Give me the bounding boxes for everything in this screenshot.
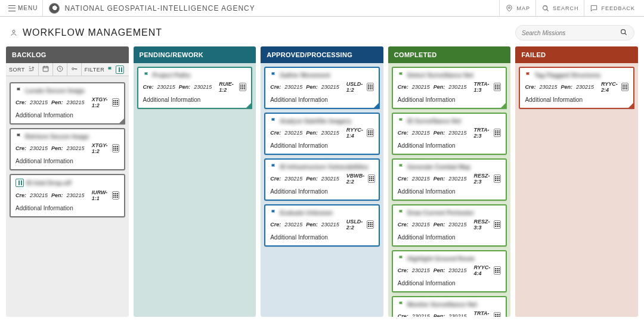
card-title-row: Tag Flagged Structures: [525, 71, 628, 79]
svg-point-83: [499, 85, 500, 86]
workflow-card[interactable]: Evaluate Unknown Cre: 230215 Pen: 230215…: [264, 204, 380, 247]
sort-date[interactable]: [39, 63, 53, 76]
svg-point-67: [371, 178, 372, 179]
svg-point-69: [369, 180, 370, 181]
svg-rect-6: [43, 67, 48, 71]
column-body[interactable]: Project Paths Cre: 230215 Pen: 230215 RU…: [134, 63, 256, 317]
kanban-board: BACKLOG SORT FILTER Locate Secure Image …: [0, 46, 644, 324]
toolbar-icon[interactable]: [56, 65, 64, 74]
drag-handle-icon[interactable]: [494, 129, 501, 137]
flag-icon: [16, 87, 23, 94]
column-failed: FAILED Tag Flagged Structures Cre: 23021…: [515, 46, 638, 317]
drag-handle-icon[interactable]: [112, 98, 119, 107]
drag-handle-icon[interactable]: [239, 83, 246, 91]
flag-icon: [398, 301, 405, 308]
drag-handle-icon[interactable]: [621, 83, 628, 91]
menu-button[interactable]: MENU: [4, 0, 43, 16]
workflow-card[interactable]: Retrieve Secure Image Cre: 230215 Pen: 2…: [10, 128, 125, 170]
svg-point-49: [370, 86, 371, 88]
svg-point-117: [495, 268, 496, 269]
workflow-card[interactable]: ID Intel Drop-off Cre: 230215 Pen: 23021…: [10, 174, 125, 217]
workflow-card[interactable]: Draw Current Perimeter Cre: 230215 Pen: …: [392, 204, 507, 247]
pen-label: Pen:: [434, 130, 445, 136]
drag-handle-icon[interactable]: [367, 129, 374, 137]
workflow-card[interactable]: ID Infrastructure Vulnerabilities Cre: 2…: [264, 158, 380, 201]
workflow-card[interactable]: Generate Combat Map Cre: 230215 Pen: 230…: [392, 158, 507, 201]
cre-label: Cre:: [143, 84, 154, 90]
flag-icon: [16, 133, 23, 140]
drag-handle-icon[interactable]: [112, 191, 119, 200]
page-title-text: WORKFLOW MANAGEMENT: [23, 27, 162, 38]
column-pending: PENDING/REWORK Project Paths Cre: 230215…: [134, 46, 256, 317]
card-meta: Cre: 230215 Pen: 230215 USLD-1:2: [270, 81, 374, 93]
workflow-card[interactable]: Analyze Satellite Imagery Cre: 230215 Pe…: [264, 113, 380, 155]
card-meta: Cre: 230215 Pen: 230215 TRTA-2:3: [398, 127, 501, 139]
column-body[interactable]: Gather Movement Cre: 230215 Pen: 230215 …: [261, 63, 383, 317]
svg-point-42: [240, 88, 242, 89]
card-title-row: Monitor Surveillance Net: [398, 301, 501, 308]
workflow-card[interactable]: Locate Secure Image Cre: 230215 Pen: 230…: [10, 82, 125, 124]
menu-label: MENU: [18, 5, 38, 11]
workflow-card[interactable]: Detect Surveillance Net Cre: 230215 Pen:…: [392, 67, 507, 109]
workflow-card[interactable]: Gather Movement Cre: 230215 Pen: 230215 …: [264, 67, 380, 109]
workflow-card[interactable]: Monitor Surveillance Net Cre: 230215 Pen…: [392, 296, 507, 317]
svg-point-21: [113, 148, 114, 149]
cre-value: 230215: [412, 222, 430, 228]
card-title-row: Detect Surveillance Net: [398, 71, 501, 79]
pen-label: Pen:: [434, 84, 445, 90]
svg-point-75: [368, 224, 369, 225]
drag-handle-icon[interactable]: [494, 220, 501, 229]
svg-point-131: [499, 316, 500, 317]
card-title-row: ID Surveillance Net: [398, 117, 501, 124]
drag-handle-icon[interactable]: [494, 83, 501, 91]
drag-handle-icon[interactable]: [494, 266, 501, 275]
svg-point-112: [497, 224, 498, 225]
svg-point-129: [495, 316, 496, 317]
search-button[interactable]: SEARCH: [535, 0, 584, 16]
workflow-card[interactable]: Tag Flagged Structures Cre: 230215 Pen: …: [519, 67, 634, 109]
sort-time[interactable]: [53, 63, 67, 76]
card-title: Tag Flagged Structures: [534, 72, 600, 79]
search-missions-input[interactable]: [522, 30, 620, 36]
card-title: Gather Movement: [280, 72, 330, 79]
card-additional-info: Additional Information: [398, 96, 501, 103]
svg-point-0: [509, 7, 510, 8]
card-code: XTGY-1:2: [92, 142, 109, 154]
cre-label: Cre:: [398, 176, 408, 182]
svg-point-114: [495, 226, 496, 227]
workflow-card[interactable]: Project Paths Cre: 230215 Pen: 230215 RU…: [137, 67, 253, 109]
sort-key[interactable]: [67, 63, 82, 76]
card-meta: Cre: 230215 Pen: 230215 USLD-2:2: [270, 219, 374, 230]
column-body[interactable]: Tag Flagged Structures Cre: 230215 Pen: …: [515, 63, 638, 317]
drag-handle-icon[interactable]: [367, 220, 374, 229]
column-body[interactable]: SORT FILTER Locate Secure Image Cre: 230…: [6, 63, 129, 317]
drag-handle-icon[interactable]: [368, 175, 375, 183]
pen-value: 230215: [448, 267, 466, 273]
toolbar-icon[interactable]: [42, 65, 49, 74]
toolbar-icon[interactable]: [70, 65, 78, 74]
cre-label: Cre:: [525, 84, 535, 90]
feedback-label: FEEDBACK: [601, 5, 635, 11]
card-code: VBWB-2:2: [346, 173, 365, 185]
drag-handle-icon[interactable]: [494, 175, 501, 183]
column-body[interactable]: Detect Surveillance Net Cre: 230215 Pen:…: [388, 63, 511, 317]
card-title: Generate Combat Map: [407, 164, 470, 170]
svg-point-88: [497, 88, 498, 89]
card-title-row: ID Infrastructure Vulnerabilities: [270, 163, 374, 170]
flag-icon: [270, 117, 277, 124]
drag-handle-icon[interactable]: [494, 312, 501, 317]
svg-point-68: [373, 178, 374, 179]
filter-segment[interactable]: FILTER: [82, 63, 127, 76]
toolbar-icon[interactable]: [27, 65, 35, 74]
workflow-card[interactable]: Highlight Ground Route Cre: 230215 Pen: …: [392, 250, 507, 292]
drag-handle-icon[interactable]: [367, 83, 374, 91]
sort-segment[interactable]: SORT: [6, 63, 39, 76]
map-button[interactable]: MAP: [499, 0, 535, 16]
drag-handle-icon[interactable]: [112, 144, 119, 152]
svg-point-53: [371, 88, 373, 89]
feedback-button[interactable]: FEEDBACK: [584, 0, 640, 16]
search-missions[interactable]: [515, 25, 634, 40]
svg-point-80: [371, 226, 373, 227]
workflow-card[interactable]: ID Surveillance Net Cre: 230215 Pen: 230…: [392, 113, 507, 155]
search-icon: [620, 28, 628, 38]
